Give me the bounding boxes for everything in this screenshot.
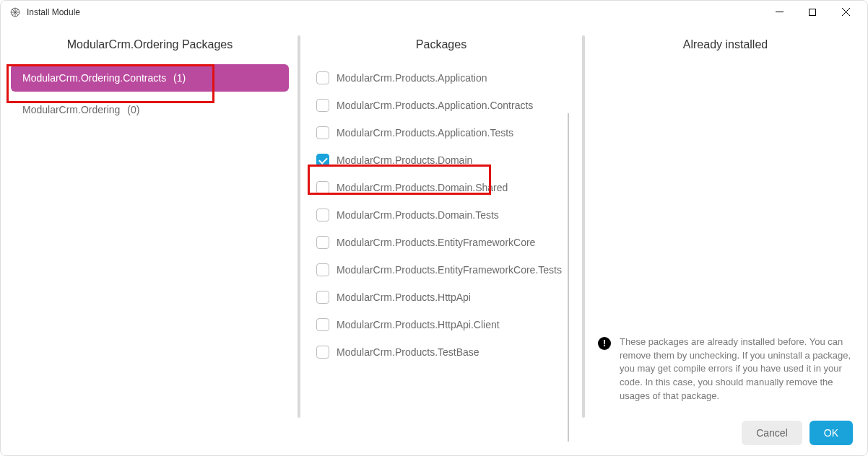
info-message: ! These packages are already installed b… (598, 336, 853, 403)
content-area: ModularCrm.Ordering Packages ModularCrm.… (1, 24, 867, 455)
package-label: ModularCrm.Products.Domain.Shared (337, 182, 508, 193)
package-label: ModularCrm.Products.HttpApi.Client (337, 319, 500, 330)
checkbox[interactable] (316, 126, 329, 139)
package-label: ModularCrm.Products.Domain (337, 154, 472, 166)
package-label: ModularCrm.Products.Application.Tests (337, 127, 513, 139)
packages-column: Packages ModularCrm.Products.Application… (300, 28, 582, 455)
minimize-button[interactable] (769, 2, 789, 22)
checkbox[interactable] (316, 291, 329, 304)
ordering-package-count: (0) (127, 104, 139, 115)
package-item[interactable]: ModularCrm.Products.Domain.Shared (313, 174, 569, 201)
ordering-package-label: ModularCrm.Ordering (22, 104, 120, 115)
app-icon (9, 6, 21, 18)
info-text: These packages are already installed bef… (620, 336, 853, 403)
ordering-package-ordering[interactable]: ModularCrm.Ordering (0) (11, 96, 289, 123)
window-title: Install Module (27, 7, 769, 17)
window-controls (769, 2, 856, 22)
checkbox[interactable] (316, 263, 329, 276)
ordering-package-label: ModularCrm.Ordering.Contracts (22, 72, 166, 84)
checkbox[interactable] (316, 181, 329, 194)
checkbox[interactable] (316, 318, 329, 331)
right-body: ! These packages are already installed b… (585, 64, 866, 455)
svg-rect-1 (810, 9, 816, 15)
package-item[interactable]: ModularCrm.Products.HttpApi.Client (313, 311, 569, 338)
package-item[interactable]: ModularCrm.Products.HttpApi (313, 284, 569, 311)
package-item[interactable]: ModularCrm.Products.Application.Contract… (313, 92, 569, 119)
package-label: ModularCrm.Products.Application.Contract… (337, 100, 533, 111)
package-label: ModularCrm.Products.Application (337, 72, 487, 84)
middle-column-header: Packages (300, 28, 582, 64)
ordering-package-count: (1) (173, 72, 186, 84)
left-column-header: ModularCrm.Ordering Packages (2, 28, 298, 64)
close-button[interactable] (836, 2, 856, 22)
package-item[interactable]: ModularCrm.Products.Domain.Tests (313, 201, 569, 229)
ordering-packages-list: ModularCrm.Ordering.Contracts (1) Modula… (2, 64, 298, 128)
ok-button[interactable]: OK (810, 421, 853, 445)
checkbox[interactable] (316, 209, 329, 222)
packages-list: ModularCrm.Products.Application ModularC… (300, 64, 582, 366)
package-item[interactable]: ModularCrm.Products.EntityFrameworkCore (313, 229, 569, 256)
ordering-package-contracts[interactable]: ModularCrm.Ordering.Contracts (1) (11, 64, 289, 92)
package-label: ModularCrm.Products.Domain.Tests (337, 209, 499, 221)
checkbox[interactable] (316, 99, 329, 112)
package-item[interactable]: ModularCrm.Products.TestBase (313, 338, 569, 366)
maximize-button[interactable] (802, 2, 823, 22)
cancel-button[interactable]: Cancel (742, 421, 802, 445)
package-item[interactable]: ModularCrm.Products.EntityFrameworkCore.… (313, 256, 569, 284)
ordering-packages-column: ModularCrm.Ordering Packages ModularCrm.… (2, 28, 298, 455)
right-column-header: Already installed (585, 28, 866, 64)
checkbox[interactable] (316, 71, 329, 84)
title-bar: Install Module (1, 1, 867, 24)
checkbox[interactable] (316, 236, 329, 249)
package-item[interactable]: ModularCrm.Products.Application (313, 64, 569, 92)
checkbox[interactable] (316, 346, 329, 359)
package-item[interactable]: ModularCrm.Products.Domain (313, 146, 569, 174)
already-installed-column: Already installed ! These packages are a… (585, 28, 866, 455)
package-label: ModularCrm.Products.TestBase (337, 346, 479, 358)
checkbox[interactable] (316, 154, 329, 167)
dialog-buttons: Cancel OK (598, 421, 853, 445)
package-label: ModularCrm.Products.EntityFrameworkCore.… (337, 264, 562, 276)
package-item[interactable]: ModularCrm.Products.Application.Tests (313, 119, 569, 146)
package-label: ModularCrm.Products.HttpApi (337, 291, 471, 303)
info-icon: ! (598, 337, 611, 350)
package-label: ModularCrm.Products.EntityFrameworkCore (337, 237, 535, 248)
